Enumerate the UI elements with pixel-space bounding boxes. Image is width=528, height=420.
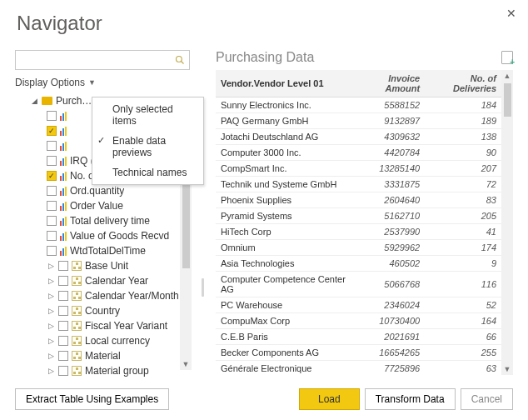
- tree-item-label: Total delivery time: [70, 215, 150, 227]
- checkbox[interactable]: [58, 351, 68, 361]
- checkbox[interactable]: [47, 201, 57, 211]
- scroll-thumb[interactable]: [504, 83, 511, 117]
- table-row[interactable]: PC Warehouse234602452: [216, 298, 501, 313]
- hierarchy-icon: [72, 261, 82, 271]
- checkbox[interactable]: [58, 261, 68, 271]
- scroll-up-icon[interactable]: ▲: [504, 70, 511, 82]
- extract-table-button[interactable]: Extract Table Using Examples: [15, 388, 169, 410]
- search-icon[interactable]: [171, 51, 189, 69]
- checkbox[interactable]: ✓: [47, 171, 57, 181]
- tree-measure-item[interactable]: Total delivery time: [15, 213, 190, 228]
- checkbox[interactable]: [47, 111, 57, 121]
- checkbox[interactable]: [47, 231, 57, 241]
- checkbox[interactable]: [47, 156, 57, 166]
- measure-icon: [60, 217, 67, 226]
- menu-item-enable-previews[interactable]: ✓ Enable data previews: [92, 131, 203, 162]
- tree-measure-item[interactable]: WtdTotalDelTime: [15, 243, 190, 258]
- table-row[interactable]: Pyramid Systems5162710205: [216, 208, 501, 224]
- checkbox[interactable]: [58, 366, 68, 376]
- tree-measure-item[interactable]: Ord.quantity: [15, 183, 190, 198]
- table-row[interactable]: Omnium5929962174: [216, 240, 501, 256]
- tree-item-label: Local currency: [85, 335, 150, 347]
- checkbox[interactable]: [58, 291, 68, 301]
- measure-icon: [60, 202, 67, 211]
- hierarchy-icon: [72, 291, 82, 301]
- tree-hierarchy-item[interactable]: ▷Fiscal Year Variant: [15, 318, 190, 333]
- dialog-title: Navigator: [17, 12, 513, 35]
- table-row[interactable]: Computer 3000 Inc.442078490: [216, 145, 501, 161]
- scroll-down-icon[interactable]: ▼: [182, 358, 190, 370]
- cancel-button[interactable]: Cancel: [461, 388, 513, 410]
- checkbox[interactable]: ✓: [47, 126, 57, 136]
- transform-data-button[interactable]: Transform Data: [365, 388, 456, 410]
- table-row[interactable]: PAQ Germany GmbH9132897189: [216, 113, 501, 129]
- table-row[interactable]: Technik und Systeme GmbH333187572: [216, 177, 501, 192]
- tree-hierarchy-item[interactable]: ▷Local currency: [15, 333, 190, 348]
- load-button[interactable]: Load: [299, 388, 360, 410]
- display-options-label: Display Options: [15, 77, 85, 88]
- checkbox[interactable]: [47, 141, 57, 151]
- expand-icon[interactable]: ▷: [47, 292, 55, 300]
- expand-icon[interactable]: ▷: [47, 277, 55, 285]
- checkbox[interactable]: [47, 246, 57, 256]
- checkbox[interactable]: [58, 306, 68, 316]
- hierarchy-icon: [72, 336, 82, 346]
- checkbox[interactable]: [58, 276, 68, 286]
- tree-measure-item[interactable]: Value of Goods Recvd: [15, 228, 190, 243]
- display-options-dropdown[interactable]: Display Options ▼: [15, 75, 96, 90]
- expand-icon[interactable]: ▷: [47, 262, 55, 270]
- tree-item-label: Fiscal Year Variant: [85, 320, 167, 332]
- tree-hierarchy-item[interactable]: ▷Material group: [15, 363, 190, 377]
- display-options-menu: Only selected items ✓ Enable data previe…: [92, 97, 204, 185]
- search-field[interactable]: [15, 50, 190, 70]
- table-row[interactable]: Computer Competence Center AG5066768116: [216, 272, 501, 298]
- expand-icon[interactable]: ▷: [47, 352, 55, 360]
- table-row[interactable]: Asia Technologies4605029: [216, 256, 501, 272]
- preview-title: Purchasing Data: [216, 50, 314, 65]
- expand-icon[interactable]: ▷: [47, 307, 55, 315]
- add-column-icon[interactable]: [501, 51, 513, 64]
- checkbox[interactable]: [47, 216, 57, 226]
- tree-hierarchy-item[interactable]: ▷Calendar Year/Month: [15, 288, 190, 303]
- table-row[interactable]: Becker Components AG16654265255: [216, 345, 501, 361]
- tree-hierarchy-item[interactable]: ▷Base Unit: [15, 258, 190, 273]
- table-row[interactable]: CompSmart Inc.13285140207: [216, 161, 501, 177]
- splitter-handle[interactable]: [202, 278, 204, 297]
- scroll-down-icon[interactable]: ▼: [504, 363, 511, 375]
- measure-icon: [60, 172, 67, 181]
- collapse-icon[interactable]: ◢: [30, 97, 38, 105]
- search-input[interactable]: [16, 51, 171, 69]
- checkbox[interactable]: [47, 186, 57, 196]
- tree-item-label: Order Value: [70, 200, 123, 212]
- expand-icon[interactable]: ▷: [47, 337, 55, 345]
- checkbox[interactable]: [58, 321, 68, 331]
- table-row[interactable]: CompuMax Corp10730400164: [216, 313, 501, 329]
- tree-measure-item[interactable]: Order Value: [15, 198, 190, 213]
- menu-item-only-selected[interactable]: Only selected items: [92, 99, 203, 131]
- table-row[interactable]: Phoenix Supplies260464083: [216, 192, 501, 208]
- tree-hierarchy-item[interactable]: ▷Calendar Year: [15, 273, 190, 288]
- menu-item-technical-names[interactable]: Technical names: [92, 162, 203, 182]
- measure-icon: [60, 247, 67, 256]
- tree-hierarchy-item[interactable]: ▷Material: [15, 348, 190, 363]
- preview-table: Vendor.Vendor Level 01Invoice AmountNo. …: [216, 70, 501, 375]
- check-icon: ✓: [97, 135, 105, 146]
- table-row[interactable]: Générale Electronique772589663: [216, 361, 501, 376]
- table-row[interactable]: Jotachi Deutschland AG4309632138: [216, 129, 501, 145]
- checkbox[interactable]: [58, 336, 68, 346]
- column-header[interactable]: Invoice Amount: [351, 70, 425, 98]
- tree-hierarchy-item[interactable]: ▷Country: [15, 303, 190, 318]
- tree-item-label: Material: [85, 350, 121, 362]
- hierarchy-icon: [72, 306, 82, 316]
- column-header[interactable]: No. of Deliveries: [425, 70, 501, 98]
- close-icon[interactable]: ✕: [506, 7, 516, 20]
- expand-icon[interactable]: ▷: [47, 367, 55, 375]
- table-scrollbar[interactable]: ▲ ▼: [501, 70, 513, 375]
- table-row[interactable]: Sunny Electronics Inc.5588152184: [216, 98, 501, 113]
- tree-item-label: Value of Goods Recvd: [70, 230, 169, 242]
- measure-icon: [60, 127, 67, 136]
- expand-icon[interactable]: ▷: [47, 322, 55, 330]
- table-row[interactable]: C.E.B Paris202169166: [216, 329, 501, 345]
- table-row[interactable]: HiTech Corp253799041: [216, 224, 501, 240]
- column-header[interactable]: Vendor.Vendor Level 01: [216, 70, 351, 98]
